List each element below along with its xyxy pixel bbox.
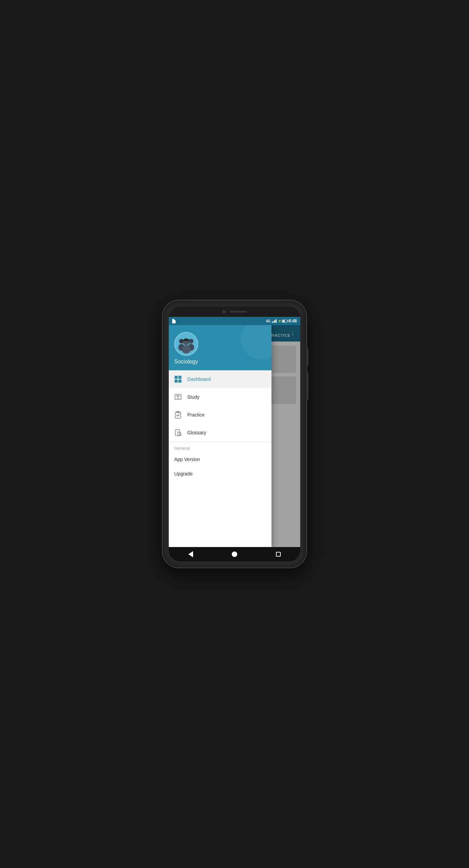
screen-content: 4G ⚡ 8 bbox=[169, 317, 300, 561]
study-icon bbox=[174, 393, 182, 401]
svg-rect-8 bbox=[178, 376, 181, 379]
sidebar-item-label-dashboard: Dashboard bbox=[187, 376, 211, 382]
battery-icon bbox=[282, 320, 287, 323]
sidebar-item-glossary[interactable]: Glossary bbox=[169, 424, 271, 442]
sd-card-icon bbox=[172, 319, 176, 323]
back-icon bbox=[188, 551, 193, 557]
general-section: General App Version Upgrade bbox=[169, 442, 271, 481]
nav-drawer: Sociology bbox=[169, 325, 271, 547]
status-bar: 4G ⚡ 8 bbox=[169, 317, 300, 325]
general-section-header: General bbox=[169, 442, 271, 452]
battery-indicator: ⚡ bbox=[278, 320, 287, 323]
home-icon bbox=[232, 551, 237, 557]
practice-icon bbox=[174, 411, 182, 419]
drawer-nav-items: Dashboard bbox=[169, 370, 271, 442]
front-camera bbox=[222, 310, 226, 313]
svg-rect-9 bbox=[175, 380, 178, 383]
svg-rect-14 bbox=[175, 430, 180, 436]
main-content-area: RACTICE ⋮ TIONS AVG PER TIONS G PER bbox=[169, 325, 300, 547]
back-button[interactable] bbox=[187, 550, 194, 558]
status-left bbox=[172, 319, 176, 323]
phone-screen: 4G ⚡ 8 bbox=[169, 307, 300, 561]
glossary-icon bbox=[174, 429, 182, 436]
sidebar-item-study[interactable]: Study bbox=[169, 388, 271, 406]
sidebar-item-practice[interactable]: Practice bbox=[169, 406, 271, 424]
signal-strength-icon bbox=[272, 319, 277, 323]
earpiece-speaker bbox=[230, 311, 247, 313]
drawer-header: Sociology bbox=[169, 325, 271, 370]
android-nav-bar bbox=[169, 547, 300, 561]
recents-button[interactable] bbox=[275, 550, 282, 558]
phone-top-hardware bbox=[169, 307, 300, 317]
home-button[interactable] bbox=[231, 550, 238, 558]
sidebar-item-dashboard[interactable]: Dashboard bbox=[169, 370, 271, 388]
svg-rect-10 bbox=[178, 380, 181, 383]
status-right: 4G ⚡ 8 bbox=[266, 319, 297, 323]
app-version-label: App Version bbox=[174, 457, 200, 462]
avatar-image bbox=[176, 334, 197, 354]
sidebar-item-app-version[interactable]: App Version bbox=[169, 452, 271, 467]
battery-charging-icon: ⚡ bbox=[278, 320, 281, 323]
svg-rect-4 bbox=[180, 340, 183, 342]
svg-rect-7 bbox=[175, 376, 178, 379]
drawer-subject-title: Sociology bbox=[174, 359, 266, 365]
phone-device: 4G ⚡ 8 bbox=[163, 300, 306, 568]
dashboard-icon bbox=[174, 375, 182, 383]
clock-time: 8:48 bbox=[289, 319, 297, 323]
sidebar-item-label-study: Study bbox=[187, 394, 200, 400]
svg-point-6 bbox=[182, 345, 191, 354]
recents-icon bbox=[276, 552, 281, 557]
sidebar-item-label-practice: Practice bbox=[187, 412, 205, 418]
battery-fill bbox=[282, 320, 285, 322]
sidebar-item-upgrade[interactable]: Upgrade bbox=[169, 467, 271, 481]
network-type: 4G bbox=[266, 319, 270, 323]
sidebar-item-label-glossary: Glossary bbox=[187, 430, 206, 435]
upgrade-label: Upgrade bbox=[174, 471, 193, 476]
avatar-container bbox=[174, 332, 198, 356]
svg-line-16 bbox=[180, 435, 181, 435]
